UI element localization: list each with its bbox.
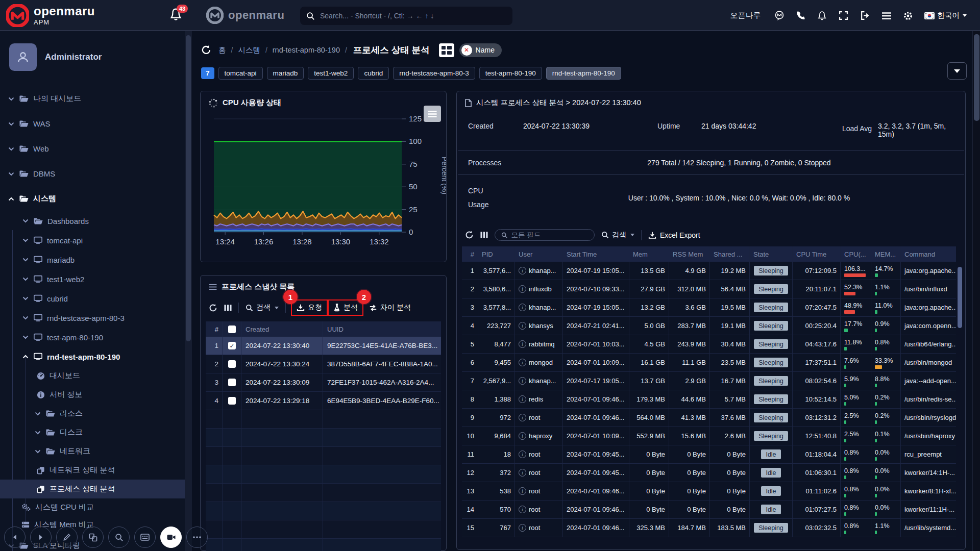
openmaru-chat-icon[interactable] [774,11,785,21]
sidebar-item-tomcat-api[interactable]: tomcat-api [0,231,185,250]
refresh-icon[interactable] [201,45,211,55]
process-row[interactable]: 12 372 iroot 2024-07-01 09:45... 0 Byte … [462,464,956,482]
table-scrollbar-thumb[interactable] [958,267,962,328]
process-row[interactable]: 6 9,455 imongod 2024-07-01 10:09... 16.1… [462,354,956,372]
process-row[interactable]: 9 972 iroot 2024-07-01 09:46... 564.0 MB… [462,409,956,427]
sidebar-item-서버-정보[interactable]: 서버 정보 [0,385,185,404]
col-uuid[interactable]: UUID [323,321,441,337]
chevron-up-icon[interactable] [8,197,15,201]
process-col-3[interactable]: Start Time [563,246,629,262]
info-icon[interactable]: i [519,359,526,366]
sidebar-item-mariadb[interactable]: mariadb [0,250,185,269]
sidebar-item-나의-대시보드[interactable]: 나의 대시보드 [0,86,185,111]
chevron-down-icon[interactable] [22,219,29,223]
excel-export-button[interactable]: Excel Export [648,231,700,239]
col-num[interactable]: # [206,321,223,337]
process-row[interactable]: 10 9,684 ihaproxy 2024-07-01 10:09... 55… [462,427,956,445]
menu-icon[interactable] [881,11,892,21]
sidebar-item-web[interactable]: Web [0,136,185,161]
host-chip[interactable]: cubrid [358,67,389,80]
chevron-up-icon[interactable] [22,355,29,359]
collapse-panel-button[interactable] [947,62,967,80]
chevron-down-icon[interactable] [8,122,15,126]
snapshot-row[interactable]: 4 2024-07-22 13:29:18 6E94E5B9-3BED-4EAA… [206,392,441,410]
process-row[interactable]: 14 570 iroot 2024-07-01 09:46... 0 Byte … [462,500,956,519]
host-chip[interactable]: rnd-testcase-apm-80-3 [393,67,475,80]
sidebar-item-대시보드[interactable]: 대시보드 [0,366,185,385]
chevron-down-icon[interactable] [22,316,29,320]
process-col-6[interactable]: Shared ... [710,246,750,262]
openmaru-logo-icon[interactable] [6,4,29,27]
info-icon[interactable]: i [519,432,526,440]
sidebar-scrollbar[interactable] [185,31,192,551]
sign-out-icon[interactable] [860,11,870,21]
info-icon[interactable]: i [519,285,526,293]
process-row[interactable]: 1 3,577,6... ikhanap... 2024-07-19 15:05… [462,262,956,280]
process-row[interactable]: 7 2,567,9... ikhanap... 2024-07-17 19:05… [462,372,956,390]
action-flask-button[interactable]: 분석2 [329,301,362,314]
select-all-checkbox[interactable] [223,321,241,337]
snapshot-search-button[interactable]: 검색 [246,303,279,312]
window-scrollbar[interactable] [972,31,980,551]
process-col-11[interactable]: Command [901,246,956,262]
process-row[interactable]: 15 767 iroot 2024-07-01 09:46... 325.3 M… [462,519,956,537]
dashboard-grid-icon[interactable] [439,43,454,57]
info-icon[interactable]: i [519,469,526,477]
process-row[interactable]: 2 3,580,6... iinfluxdb 2024-07-10 09:33.… [462,280,956,298]
sidebar-item-디스크[interactable]: 디스크 [0,423,185,442]
chevron-down-icon[interactable] [22,277,29,281]
info-icon[interactable]: i [519,340,526,348]
language-selector[interactable]: 한국어 [924,11,967,20]
sidebar-item-리소스[interactable]: 리소스 [0,404,185,423]
next-button[interactable] [30,527,52,548]
sidebar-item-rnd-testcase-apm-80-3[interactable]: rnd-testcase-apm-80-3 [0,308,185,328]
host-chip[interactable]: test1-web2 [308,67,354,80]
snapshot-row[interactable]: 1 ✓ 2024-07-22 13:30:40 9E22753C-14E5-41… [206,337,441,355]
process-row[interactable]: 5 8,477 irabbitmq 2024-07-01 10:03... 4.… [462,335,956,354]
sidebar-item-was[interactable]: WAS [0,111,185,136]
sidebar-item-test1-web2[interactable]: test1-web2 [0,269,185,289]
process-col-9[interactable]: CPU(... [841,246,871,262]
columns-icon[interactable] [480,231,488,239]
process-row[interactable]: 11 18 iroot 2024-07-01 09:45... 0 Byte 0… [462,445,956,464]
columns-icon[interactable] [224,304,232,312]
col-created[interactable]: Created [241,321,323,337]
alerts-bell-icon[interactable] [817,11,827,21]
name-filter-pill[interactable]: ✕ Name [459,43,502,57]
camera-button[interactable] [160,527,182,548]
breadcrumb-host[interactable]: rnd-test-apm-80-190 [273,46,340,54]
sidebar-item-test-apm-80-190[interactable]: test-apm-80-190 [0,328,185,347]
sidebar-item-cubrid[interactable]: cubrid [0,289,185,308]
settings-gear-icon[interactable] [903,11,913,21]
chevron-down-icon[interactable] [22,296,29,300]
snapshot-row[interactable]: 3 2024-07-22 13:30:09 72FE1F37-1015-462A… [206,373,441,392]
admin-profile[interactable]: Administrator [0,31,185,86]
chevron-down-icon[interactable] [35,412,41,416]
process-row[interactable]: 13 538 iroot 2024-07-01 09:46... 0 Byte … [462,482,956,500]
row-checkbox[interactable] [228,360,236,368]
chevron-down-icon[interactable] [8,172,15,176]
window-scrollbar-thumb[interactable] [974,34,979,121]
host-chip[interactable]: rnd-test-apm-80-190 [546,67,621,80]
info-icon[interactable]: i [519,322,526,330]
process-col-4[interactable]: Mem [629,246,669,262]
refresh-icon[interactable] [465,231,474,239]
info-icon[interactable]: i [519,450,526,458]
breadcrumb-home[interactable]: 홈 [218,45,226,55]
fullscreen-icon[interactable] [839,11,849,21]
username-label[interactable]: 오픈나루 [730,11,761,20]
refresh-icon[interactable] [209,304,217,312]
process-col-10[interactable]: MEM... [871,246,901,262]
info-icon[interactable]: i [519,304,526,311]
process-col-0[interactable]: # [462,246,478,262]
search-button[interactable] [108,527,130,548]
more-button[interactable] [186,527,208,548]
process-col-8[interactable]: CPU Time [793,246,841,262]
chevron-down-icon[interactable] [22,335,29,339]
chevron-down-icon[interactable] [22,238,29,242]
layout-button[interactable] [82,527,104,548]
info-icon[interactable]: i [519,414,526,421]
process-row[interactable]: 8 1,388 iredis 2024-07-01 09:46... 179.3… [462,390,956,409]
chevron-down-icon[interactable] [8,147,15,151]
row-checkbox[interactable]: ✓ [228,342,236,349]
